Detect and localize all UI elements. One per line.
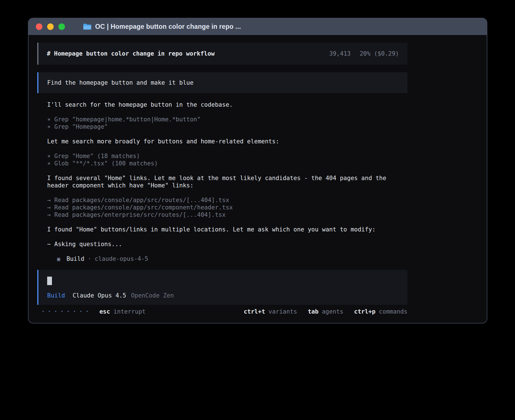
tool-call-read: → Read packages/enterprise/src/routes/[.… — [47, 211, 398, 218]
session-header: # Homepage button color change in repo w… — [37, 43, 407, 65]
terminal-content: # Homepage button color change in repo w… — [37, 43, 407, 316]
shortcut-agents: tab agents — [308, 308, 343, 315]
prompt-input[interactable]: Build Claude Opus 4.5 OpenCode Zen — [37, 270, 407, 305]
asking-questions-status: ~ Asking questions... — [47, 240, 398, 248]
shortcut-key: tab — [308, 308, 318, 315]
window-title: OC | Homepage button color change in rep… — [95, 23, 241, 30]
token-count: 39,413 — [329, 50, 351, 57]
mode-label: Build — [47, 292, 65, 299]
shortcut-label: commands — [379, 308, 407, 315]
assistant-text: I found several "Home" links. Let me loo… — [47, 174, 398, 189]
tool-call-glob: ∗ Glob "**/*.tsx" (100 matches) — [47, 160, 398, 167]
tool-call-grep: ∗ Grep "Home" (18 matches) — [47, 152, 398, 160]
user-message: Find the homepage button and make it blu… — [37, 72, 407, 93]
spinner-icon: ········ — [41, 308, 91, 315]
shortcut-key: ctrl+t — [244, 308, 265, 315]
assistant-text: I'll search for the homepage button in t… — [47, 101, 398, 108]
user-message-text: Find the homepage button and make it blu… — [47, 79, 193, 86]
session-title: # Homepage button color change in repo w… — [47, 50, 215, 57]
tool-call-group: ∗ Grep "homepage|home.*button|Home.*butt… — [47, 116, 398, 130]
model-label: Claude Opus 4.5 — [73, 292, 126, 299]
titlebar: OC | Homepage button color change in rep… — [29, 18, 487, 35]
close-button[interactable] — [36, 23, 42, 30]
text-cursor — [47, 277, 52, 285]
traffic-lights — [36, 23, 70, 30]
minimize-button[interactable] — [47, 23, 54, 30]
esc-key-hint: esc — [99, 308, 110, 315]
status-bar: ········ esc interrupt ctrl+t variants t… — [37, 307, 407, 316]
shortcut-label: variants — [269, 308, 297, 315]
shortcut-commands: ctrl+p commands — [354, 308, 407, 315]
tool-call-group: → Read packages/console/app/src/routes/[… — [47, 196, 398, 218]
agent-model: claude-opus-4-5 — [95, 255, 148, 262]
tool-call-read: → Read packages/console/app/src/componen… — [47, 204, 398, 211]
agent-icon: ▣ — [57, 255, 60, 262]
agent-name: Build — [66, 255, 84, 262]
folder-icon — [83, 23, 91, 30]
assistant-text: Let me search more broadly for buttons a… — [47, 138, 398, 145]
tool-call-grep: ∗ Grep "Homepage" — [47, 123, 398, 130]
shortcut-label: agents — [322, 308, 343, 315]
tool-call-group: ∗ Grep "Home" (18 matches) ∗ Glob "**/*.… — [47, 152, 398, 167]
esc-key-label: interrupt — [114, 308, 146, 315]
input-meta: Build Claude Opus 4.5 OpenCode Zen — [47, 292, 399, 299]
tool-call-grep: ∗ Grep "homepage|home.*button|Home.*butt… — [47, 116, 398, 123]
assistant-text: I found "Home" buttons/links in multiple… — [47, 226, 398, 233]
context-usage: 20% ($0.29) — [360, 50, 399, 57]
status-bar-left: ········ esc interrupt — [37, 308, 146, 315]
shortcut-key: ctrl+p — [354, 308, 376, 315]
session-meta: 39,413 20% ($0.29) — [329, 50, 399, 57]
agent-separator: · — [88, 255, 91, 262]
status-bar-right: ctrl+t variants tab agents ctrl+p comman… — [244, 308, 407, 315]
provider-label: OpenCode Zen — [131, 292, 174, 299]
terminal-window: OC | Homepage button color change in rep… — [28, 18, 487, 323]
tool-call-read: → Read packages/console/app/src/routes/[… — [47, 196, 398, 204]
conversation: I'll search for the homepage button in t… — [37, 101, 407, 262]
zoom-button[interactable] — [58, 23, 65, 30]
agent-row: ▣ Build · claude-opus-4-5 — [47, 255, 398, 262]
shortcut-variants: ctrl+t variants — [244, 308, 297, 315]
